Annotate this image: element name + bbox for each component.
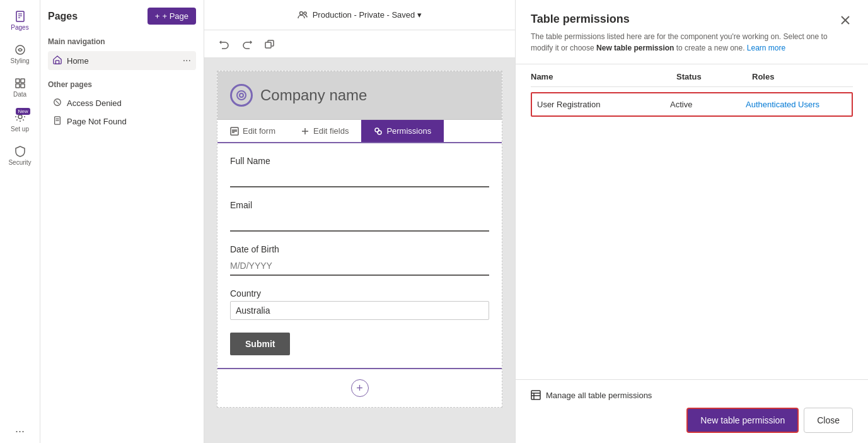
svg-rect-7 (16, 84, 20, 88)
redo-button[interactable] (237, 34, 257, 54)
form-field-country: Country Australia (230, 288, 489, 320)
svg-rect-0 (16, 11, 24, 21)
svg-point-20 (240, 93, 243, 97)
permissions-icon (374, 127, 383, 136)
description-end: to create a new one. (674, 44, 746, 52)
svg-rect-18 (265, 42, 271, 48)
sidebar-item-data[interactable]: Data (0, 72, 40, 103)
add-page-icon: + (155, 11, 160, 21)
canvas-area: Production - Private - Saved ▾ (204, 0, 515, 443)
sidebar-security-label: Security (8, 159, 31, 166)
styling-icon (14, 44, 26, 56)
sidebar-item-setup[interactable]: New Set up (0, 105, 40, 138)
permission-status: Active (670, 100, 746, 109)
learn-more-link[interactable]: Learn more (747, 44, 785, 52)
form-content: Full Name Email Date of Birth Country Au… (217, 143, 502, 368)
other-pages-title: Other pages (48, 80, 196, 89)
country-select[interactable]: Australia (230, 301, 489, 320)
full-name-label: Full Name (230, 156, 489, 166)
email-input[interactable] (230, 213, 489, 232)
permission-row-user-registration[interactable]: User Registration Active Authenticated U… (531, 92, 853, 117)
home-label: Home (67, 56, 89, 66)
toolbar-center: Production - Private - Saved ▾ (298, 10, 422, 20)
add-page-label: + Page (162, 11, 188, 21)
nav-item-page-not-found[interactable]: Page Not Found (48, 112, 196, 131)
pages-panel-title: Pages (48, 11, 78, 22)
nav-item-home[interactable]: Home ··· (48, 51, 196, 70)
svg-point-19 (237, 91, 246, 100)
panel-header-content: Table permissions The table permissions … (531, 13, 833, 54)
tab-permissions[interactable]: Permissions (361, 120, 444, 142)
svg-line-12 (55, 100, 59, 103)
country-label: Country (230, 288, 489, 298)
manage-permissions-link[interactable]: Manage all table permissions (531, 390, 853, 400)
form-tabs: Edit form Edit fields Permissions (217, 120, 502, 143)
sidebar-setup-label: Set up (11, 126, 29, 133)
canvas-content: Company name Edit form (204, 58, 515, 443)
pages-icon (14, 10, 26, 23)
sidebar-more-button[interactable]: ··· (15, 425, 25, 438)
access-denied-icon (53, 98, 62, 109)
sidebar-data-label: Data (13, 91, 26, 98)
footer-buttons: New table permission Close (531, 408, 853, 433)
sidebar-pages-label: Pages (11, 24, 28, 31)
add-section-button[interactable]: + (351, 379, 369, 397)
top-toolbar: Production - Private - Saved ▾ (204, 0, 515, 30)
page-canvas: Company name Edit form (217, 71, 502, 408)
panel-close-icon-button[interactable] (838, 13, 853, 31)
table-icon (531, 390, 541, 400)
table-header-row: Name Status Roles (531, 64, 853, 87)
add-section-area: + (217, 368, 502, 407)
new-permission-bold: New table permission (596, 44, 674, 52)
access-denied-label: Access Denied (67, 98, 122, 108)
svg-rect-6 (21, 79, 25, 83)
permissions-panel: Table permissions The table permissions … (515, 0, 868, 443)
svg-point-4 (16, 45, 25, 54)
svg-point-17 (304, 12, 306, 15)
setup-badge-container: New (14, 110, 26, 124)
new-permission-button[interactable]: New table permission (686, 408, 799, 433)
new-badge: New (16, 108, 30, 115)
home-options-icon[interactable]: ··· (183, 55, 191, 66)
form-field-email: Email (230, 200, 489, 232)
panel-footer: Manage all table permissions New table p… (516, 379, 868, 443)
permission-name: User Registration (537, 100, 670, 109)
sidebar-item-security[interactable]: Security (0, 140, 40, 171)
pages-panel-header: Pages + + Page (48, 8, 196, 25)
submit-button[interactable]: Submit (230, 333, 290, 355)
manage-link-label: Manage all table permissions (546, 391, 652, 400)
svg-rect-8 (21, 84, 25, 88)
col-name-header: Name (531, 72, 676, 81)
security-icon (14, 145, 26, 158)
home-icon (53, 56, 62, 66)
dropdown-arrow-icon: ▾ (417, 10, 422, 20)
duplicate-button[interactable] (260, 34, 280, 54)
panel-description: The table permissions listed here are fo… (531, 31, 833, 54)
sidebar-styling-label: Styling (10, 57, 29, 64)
undo-button[interactable] (214, 34, 234, 54)
edit-form-icon (230, 127, 239, 136)
dob-input[interactable] (230, 257, 489, 276)
tab-edit-form[interactable]: Edit form (217, 120, 288, 142)
add-page-button[interactable]: + + Page (148, 8, 196, 25)
page-not-found-label: Page Not Found (67, 117, 127, 126)
nav-item-access-denied[interactable]: Access Denied (48, 94, 196, 112)
submit-label: Submit (245, 339, 275, 349)
company-header: Company name (217, 71, 502, 120)
form-field-dob: Date of Birth (230, 244, 489, 276)
col-status-header: Status (676, 72, 752, 81)
tab-edit-fields-label: Edit fields (313, 126, 349, 136)
full-name-input[interactable] (230, 168, 489, 187)
svg-rect-5 (16, 79, 20, 83)
col-roles-header: Roles (752, 72, 853, 81)
app-title-dropdown[interactable]: Production - Private - Saved ▾ (313, 10, 422, 20)
tab-permissions-label: Permissions (386, 126, 431, 136)
sidebar-item-pages[interactable]: Pages (0, 5, 40, 36)
page-not-found-icon (53, 116, 62, 127)
tab-edit-fields[interactable]: Edit fields (288, 120, 361, 142)
users-icon (298, 10, 308, 20)
sidebar-item-styling[interactable]: Styling (0, 38, 40, 69)
close-panel-button[interactable]: Close (804, 408, 853, 433)
email-label: Email (230, 200, 489, 210)
main-nav-title: Main navigation (48, 37, 196, 46)
